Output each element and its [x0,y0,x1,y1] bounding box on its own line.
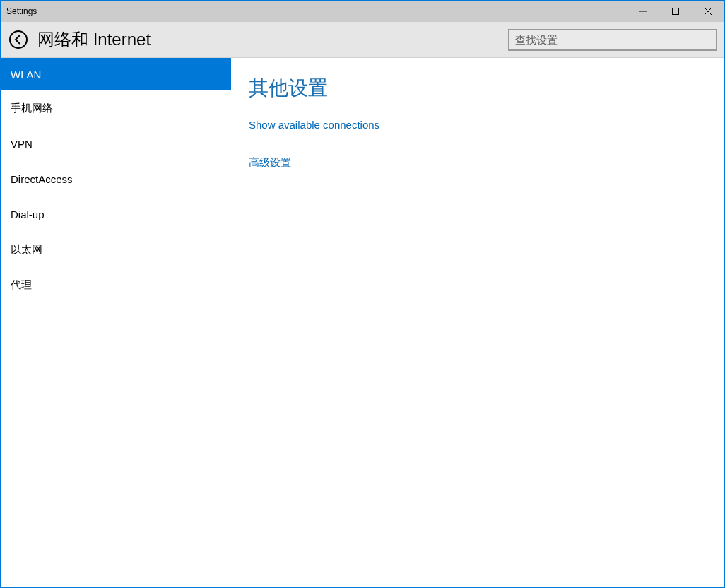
section-heading: 其他设置 [249,75,707,102]
minimize-icon [639,8,647,15]
svg-point-4 [10,31,27,48]
sidebar-item-ethernet[interactable]: 以太网 [1,232,231,267]
sidebar-item-directaccess[interactable]: DirectAccess [1,161,231,196]
link-advanced-settings[interactable]: 高级设置 [249,156,707,170]
page-title: 网络和 Internet [37,28,151,51]
maximize-icon [672,8,679,15]
svg-rect-1 [673,8,679,15]
sidebar-item-label: 代理 [11,278,32,292]
sidebar-item-proxy[interactable]: 代理 [1,267,231,302]
header-left: 网络和 Internet [8,28,151,51]
sidebar-item-vpn[interactable]: VPN [1,126,231,161]
sidebar-item-label: DirectAccess [11,173,73,185]
maximize-button[interactable] [659,1,692,22]
sidebar-item-wlan[interactable]: WLAN [1,58,231,90]
window-title: Settings [6,6,37,16]
close-button[interactable] [692,1,724,22]
sidebar-item-label: WLAN [11,69,41,81]
back-arrow-icon [8,30,28,49]
sidebar-item-label: 手机网络 [11,102,53,115]
body-area: WLAN 手机网络 VPN DirectAccess Dial-up 以太网 代… [1,58,724,587]
minimize-button[interactable] [627,1,659,22]
back-button[interactable] [8,29,29,50]
sidebar-item-label: VPN [11,138,33,150]
sidebar-item-dialup[interactable]: Dial-up [1,196,231,232]
search-input[interactable] [508,29,717,51]
sidebar-item-mobile[interactable]: 手机网络 [1,90,231,126]
titlebar: Settings [1,1,724,22]
link-show-connections[interactable]: Show available connections [249,119,707,131]
header: 网络和 Internet [1,22,724,58]
sidebar-item-label: 以太网 [11,243,42,257]
content: 其他设置 Show available connections 高级设置 [232,58,724,587]
window-controls [627,1,724,22]
sidebar-item-label: Dial-up [11,208,45,220]
sidebar: WLAN 手机网络 VPN DirectAccess Dial-up 以太网 代… [1,58,232,587]
close-icon [705,8,712,15]
